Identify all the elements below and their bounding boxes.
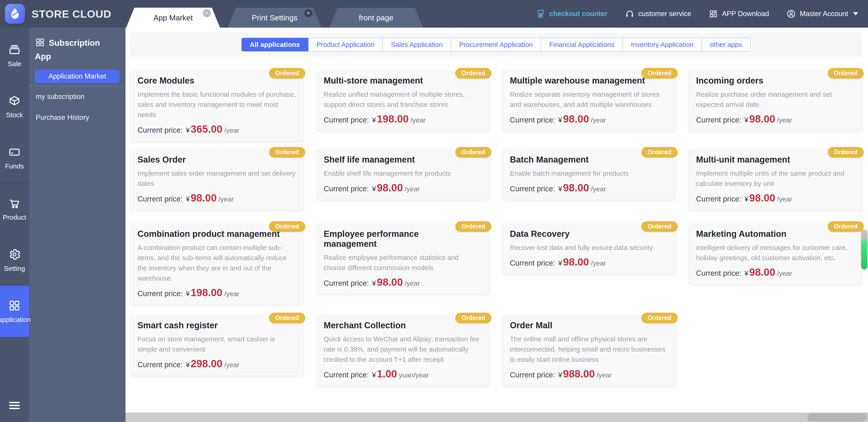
ordered-badge: Ordered xyxy=(642,68,677,79)
icon-sidebar: Sale Stock Funds Product Setting applica… xyxy=(0,28,29,422)
brand-name: STORE CLOUD xyxy=(32,8,111,20)
app-card[interactable]: Ordered Shelf life management Enable she… xyxy=(316,149,490,200)
sidebar-item[interactable]: application xyxy=(0,286,29,337)
app-card[interactable]: Ordered Data Recovery Recover lost data … xyxy=(502,224,676,274)
tab-close-icon[interactable]: × xyxy=(304,9,312,17)
category-filter-button[interactable]: Product Application xyxy=(308,38,383,51)
vertical-scrollbar-thumb[interactable] xyxy=(861,230,867,270)
tab-close-icon[interactable]: × xyxy=(203,9,211,17)
category-filter-button[interactable]: other apps xyxy=(702,38,750,51)
price-unit: /year xyxy=(777,270,792,277)
header-link[interactable]: APP Download xyxy=(708,9,769,19)
ordered-badge: Ordered xyxy=(269,313,305,323)
price-value: 988.00 xyxy=(563,368,595,380)
price-unit: /year xyxy=(410,116,426,124)
price-unit: yuan/year xyxy=(399,371,429,379)
price-unit: /year xyxy=(224,290,240,298)
sidebar-item-label: Stock xyxy=(6,111,23,119)
app-card[interactable]: Ordered Merchant Collection Quick access… xyxy=(316,315,490,386)
currency-symbol: ¥ xyxy=(372,185,376,193)
sidebar-item[interactable]: Funds xyxy=(0,132,29,184)
horizontal-scrollbar-track[interactable] xyxy=(125,413,868,422)
price-value: 98.00 xyxy=(749,113,775,125)
price-value: 98.00 xyxy=(563,113,589,125)
app-card-price-row: Current price: ¥ 98.00 /year xyxy=(137,192,296,204)
tab[interactable]: Print Settings × xyxy=(228,8,321,28)
app-card[interactable]: Ordered Batch Management Enable batch ma… xyxy=(502,149,676,200)
subnav-item[interactable]: Purchase History xyxy=(29,107,125,128)
category-filter-button[interactable]: Financial Applications xyxy=(541,38,623,51)
category-filter-button[interactable]: Inventory Application xyxy=(623,38,702,51)
category-filter-button[interactable]: Procurement Application xyxy=(451,38,541,51)
price-unit: /year xyxy=(224,361,240,369)
brand: STORE CLOUD xyxy=(5,0,111,28)
app-card-description: Realize separate inventory management of… xyxy=(510,89,668,110)
tab[interactable]: App Market × xyxy=(126,8,220,28)
app-card-description: A combination product can contain multip… xyxy=(137,243,296,283)
subnav-title: Subscription App xyxy=(29,28,115,70)
subnav-item-label: Application Market xyxy=(49,72,106,80)
price-unit: /year xyxy=(405,185,420,193)
app-card[interactable]: Ordered Multi-store management Realize u… xyxy=(316,71,490,131)
user-icon xyxy=(786,9,796,19)
price-label: Current price: xyxy=(137,289,183,298)
tab[interactable]: front page xyxy=(329,8,423,28)
header-link[interactable]: customer service xyxy=(625,9,691,19)
app-card[interactable]: Ordered Marketing Automation Intelligent… xyxy=(689,224,862,284)
bank-card-icon xyxy=(8,146,21,159)
price-label: Current price: xyxy=(696,269,741,278)
category-filter-button[interactable]: All applications xyxy=(242,38,308,51)
collapse-menu-button[interactable] xyxy=(0,398,29,414)
price-label: Current price: xyxy=(696,195,741,203)
category-filter-bar: All applications Product Application Sal… xyxy=(130,33,862,56)
app-card[interactable]: Ordered Multiple warehouse management Re… xyxy=(502,71,676,131)
app-card[interactable]: Ordered Sales Order Implement sales orde… xyxy=(130,149,303,210)
price-value: 1.00 xyxy=(377,368,397,380)
price-label: Current price: xyxy=(510,371,555,379)
ordered-badge: Ordered xyxy=(269,147,305,158)
app-card-price-row: Current price: ¥ 298.00 /year xyxy=(137,358,296,370)
app-card[interactable]: Ordered Multi-unit management Implement … xyxy=(689,149,862,210)
app-card-title: Employee performance management xyxy=(324,229,482,249)
price-label: Current price: xyxy=(510,259,555,268)
store-cloud-logo-icon xyxy=(5,4,25,24)
category-filter-button[interactable]: Sales Application xyxy=(383,38,451,51)
app-card-description: Realize employee performance statistics … xyxy=(324,252,482,273)
app-grid-icon xyxy=(708,9,718,19)
app-card-price-row: Current price: ¥ 98.00 /year xyxy=(324,181,482,194)
ordered-badge: Ordered xyxy=(455,221,491,232)
app-card[interactable]: Ordered Order Mall The online mall and o… xyxy=(502,315,676,386)
header-link[interactable]: Master Account xyxy=(786,9,858,19)
ordered-badge: Ordered xyxy=(642,147,677,158)
price-value: 98.00 xyxy=(377,276,403,288)
app-card-price-row: Current price: ¥ 988.00 /year xyxy=(510,368,668,380)
price-value: 98.00 xyxy=(377,181,403,194)
app-card-description: Focus on store management, smart cashier… xyxy=(137,334,296,354)
sidebar-item[interactable]: Sale xyxy=(0,30,29,81)
sidebar-item[interactable]: Setting xyxy=(0,234,29,286)
tab-label: front page xyxy=(359,13,394,22)
app-card-price-row: Current price: ¥ 198.00 /year xyxy=(137,286,296,299)
sidebar-item[interactable]: Product xyxy=(0,184,29,234)
box-icon xyxy=(8,94,21,108)
app-window: STORE CLOUD App Market × Print Settings … xyxy=(0,0,868,422)
subnav-item[interactable]: my subscription xyxy=(29,86,125,107)
app-card-price-row: Current price: ¥ 98.00 /year xyxy=(696,192,855,204)
app-card[interactable]: Ordered Core Modules Implement the basic… xyxy=(130,71,303,141)
horizontal-scrollbar-thumb[interactable] xyxy=(807,413,866,421)
app-card[interactable]: Ordered Employee performance management … xyxy=(316,224,490,294)
price-label: Current price: xyxy=(137,195,183,203)
currency-symbol: ¥ xyxy=(372,116,376,124)
header-link[interactable]: checkout counter xyxy=(536,9,608,19)
price-unit: /year xyxy=(224,126,240,134)
sidebar-item[interactable]: Stock xyxy=(0,81,29,132)
price-value: 98.00 xyxy=(191,192,217,204)
app-card[interactable]: Ordered Smart cash register Focus on sto… xyxy=(130,315,303,376)
ordered-badge: Ordered xyxy=(269,68,305,79)
subnav-item[interactable]: Application Market xyxy=(35,70,120,83)
subscription-sidebar: Subscription App Application Market my s… xyxy=(29,28,125,422)
app-card[interactable]: Ordered Combination product management A… xyxy=(130,224,303,305)
currency-symbol: ¥ xyxy=(186,361,190,369)
app-card-description: Implement sales order management and set… xyxy=(137,168,296,189)
app-card[interactable]: Ordered Incoming orders Realize purchase… xyxy=(689,71,862,131)
